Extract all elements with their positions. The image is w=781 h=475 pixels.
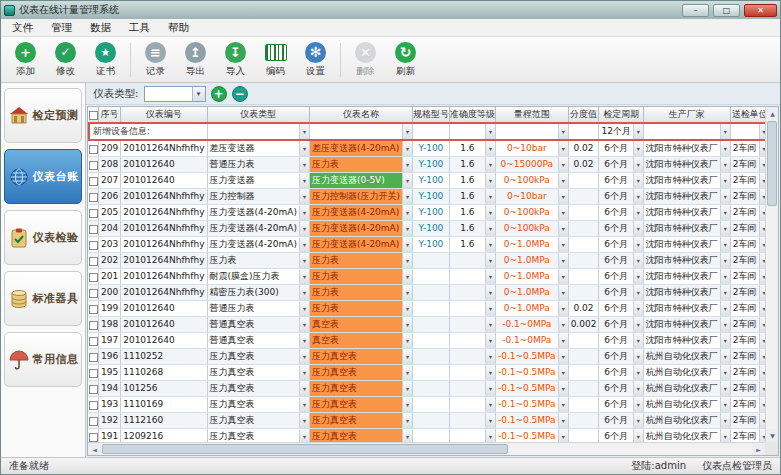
dropdown-arrow-icon[interactable]: ▾ [558,301,568,316]
dropdown-arrow-icon[interactable]: ▾ [299,157,309,172]
toolbar-barcode-button[interactable]: 编码 [256,40,295,80]
row-checkbox[interactable] [89,305,98,314]
horizontal-scroll-thumb[interactable] [102,444,508,454]
dropdown-arrow-icon[interactable]: ▾ [402,221,412,236]
dropdown-arrow-icon[interactable]: ▾ [633,413,643,428]
dropdown-arrow-icon[interactable]: ▾ [720,349,730,364]
row-checkbox[interactable] [89,273,98,282]
dropdown-arrow-icon[interactable]: ▾ [558,141,568,156]
dropdown-arrow-icon[interactable]: ▾ [402,124,412,139]
dropdown-arrow-icon[interactable]: ▾ [633,429,643,442]
dropdown-arrow-icon[interactable]: ▾ [402,413,412,428]
column-header-check[interactable] [89,107,99,123]
row-checkbox[interactable] [89,193,98,202]
dropdown-arrow-icon[interactable]: ▾ [633,141,643,156]
dropdown-arrow-icon[interactable]: ▾ [402,189,412,204]
table-row[interactable]: 20320101264Nhfhfhy压力变送器(4-20mA)▾压力变送器(4-… [89,237,765,253]
table-row[interactable]: 207201012640压力变送器▾压力变送器(0-5V)▾Y-1001.6▾0… [89,173,765,189]
table-row[interactable]: 20520101264Nhfhfhy压力变送器(4-20mA)▾压力变送器(4-… [89,205,765,221]
dropdown-arrow-icon[interactable]: ▾ [299,333,309,348]
dropdown-arrow-icon[interactable]: ▾ [720,253,730,268]
dropdown-arrow-icon[interactable]: ▾ [485,237,495,252]
dropdown-arrow-icon[interactable]: ▾ [720,413,730,428]
dropdown-arrow-icon[interactable]: ▾ [402,285,412,300]
dropdown-arrow-icon[interactable]: ▾ [299,221,309,236]
dropdown-arrow-icon[interactable]: ▾ [633,205,643,220]
dropdown-arrow-icon[interactable]: ▾ [299,397,309,412]
table-row[interactable]: 20920101264Nhfhfhy差压变送器▾差压变送器(4-20mA)▾Y-… [89,140,765,157]
dropdown-arrow-icon[interactable]: ▾ [633,301,643,316]
sidebar-item-info[interactable]: 常用信息 [4,332,82,387]
dropdown-arrow-icon[interactable]: ▾ [485,349,495,364]
dropdown-arrow-icon[interactable]: ▾ [402,253,412,268]
table-row[interactable]: 20620101264Nhfhfhy压力控制器▾压力控制器(压力开关)▾Y-10… [89,189,765,205]
column-header-type[interactable]: 仪表类型 [207,107,309,123]
column-header-unit[interactable]: 送检单位 [730,107,765,123]
dropdown-arrow-icon[interactable]: ▾ [485,205,495,220]
row-checkbox[interactable] [89,145,98,154]
dropdown-arrow-icon[interactable]: ▾ [485,285,495,300]
maximize-button[interactable]: □ [713,4,740,17]
row-checkbox[interactable] [89,225,98,234]
table-row[interactable]: 197201012640普通真空表▾真空表▾▾-0.1~0MPa▾6个月▾沈阳市… [89,333,765,349]
toolbar-certificate-button[interactable]: ★证书 [86,40,125,80]
row-checkbox[interactable] [89,321,98,330]
sidebar-item-standard[interactable]: 标准器具 [4,271,82,326]
dropdown-arrow-icon[interactable]: ▾ [720,173,730,188]
dropdown-arrow-icon[interactable]: ▾ [299,365,309,380]
dropdown-arrow-icon[interactable]: ▾ [558,285,568,300]
dropdown-arrow-icon[interactable]: ▾ [633,317,643,332]
dropdown-arrow-icon[interactable]: ▾ [299,381,309,396]
dropdown-arrow-icon[interactable]: ▾ [402,237,412,252]
dropdown-arrow-icon[interactable]: ▾ [720,124,730,139]
dropdown-arrow-icon[interactable]: ▾ [633,269,643,284]
dropdown-arrow-icon[interactable]: ▾ [558,349,568,364]
dropdown-arrow-icon[interactable]: ▾ [485,317,495,332]
dropdown-arrow-icon[interactable]: ▾ [485,269,495,284]
dropdown-arrow-icon[interactable]: ▾ [485,221,495,236]
table-row[interactable]: 198201012640普通真空表▾真空表▾▾-0.1~0MPa▾0.0026个… [89,317,765,333]
dropdown-arrow-icon[interactable]: ▾ [485,381,495,396]
row-checkbox[interactable] [89,241,98,250]
dropdown-arrow-icon[interactable]: ▾ [720,333,730,348]
dropdown-arrow-icon[interactable]: ▾ [558,317,568,332]
row-checkbox[interactable] [89,369,98,378]
dropdown-arrow-icon[interactable]: ▾ [402,205,412,220]
dropdown-arrow-icon[interactable]: ▾ [558,189,568,204]
toolbar-record-button[interactable]: ≡记录 [136,40,175,80]
vertical-scrollbar[interactable]: ▲ ▼ [765,107,778,442]
dropdown-arrow-icon[interactable]: ▾ [299,141,309,156]
dropdown-arrow-icon[interactable]: ▾ [558,157,568,172]
dropdown-arrow-icon[interactable]: ▾ [720,205,730,220]
dropdown-arrow-icon[interactable]: ▾ [558,429,568,442]
menu-item-1[interactable]: 文件 [3,19,42,37]
dropdown-arrow-icon[interactable]: ▾ [485,157,495,172]
add-filter-button[interactable]: + [211,86,227,102]
column-header-spec[interactable]: 规格型号 [412,107,449,123]
row-checkbox[interactable] [89,353,98,362]
toolbar-import-button[interactable]: ↧导入 [216,40,255,80]
remove-filter-button[interactable]: − [232,86,248,102]
dropdown-arrow-icon[interactable]: ▾ [299,413,309,428]
dropdown-arrow-icon[interactable]: ▾ [402,301,412,316]
dropdown-arrow-icon[interactable]: ▾ [720,269,730,284]
dropdown-arrow-icon[interactable]: ▾ [402,381,412,396]
dropdown-arrow-icon[interactable]: ▾ [558,173,568,188]
dropdown-arrow-icon[interactable]: ▾ [402,317,412,332]
scroll-left-icon[interactable]: ◄ [88,443,101,456]
menu-item-5[interactable]: 帮助 [159,19,198,37]
dropdown-arrow-icon[interactable]: ▾ [402,365,412,380]
select-all-checkbox[interactable] [89,111,98,120]
toolbar-add-button[interactable]: +添加 [6,40,45,80]
scroll-up-icon[interactable]: ▲ [766,107,779,120]
column-header-div[interactable]: 分度值 [568,107,599,123]
dropdown-arrow-icon[interactable]: ▾ [633,189,643,204]
row-checkbox[interactable] [89,257,98,266]
dropdown-arrow-icon[interactable]: ▾ [558,269,568,284]
dropdown-arrow-icon[interactable]: ▾ [720,221,730,236]
dropdown-arrow-icon[interactable]: ▾ [485,365,495,380]
new-device-row[interactable]: 新增设备信息:▾▾▾▾12个月▾▾▾▾▾ [89,123,765,140]
titlebar[interactable]: 仪表在线计量管理系统 – □ ✕ [1,1,780,19]
dropdown-arrow-icon[interactable]: ▾ [633,365,643,380]
dropdown-arrow-icon[interactable]: ▾ [402,269,412,284]
